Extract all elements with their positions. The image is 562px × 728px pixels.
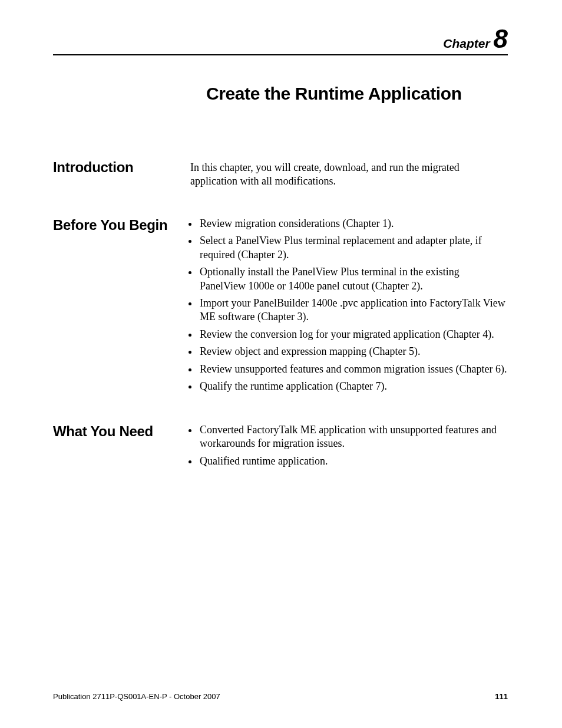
before-you-begin-body: Review migration considerations (Chapter… — [190, 217, 508, 397]
divider — [53, 54, 508, 55]
list-item: Converted FactoryTalk ME application wit… — [199, 423, 508, 451]
page-title: Create the Runtime Application — [206, 84, 462, 104]
list-item: Review the conversion log for your migra… — [199, 328, 508, 341]
publication-info: Publication 2711P-QS001A-EN-P - October … — [53, 692, 220, 701]
list-item: Select a PanelView Plus terminal replace… — [199, 234, 508, 262]
list-item: Import your PanelBuilder 1400e .pvc appl… — [199, 297, 508, 324]
list-item: Review object and expression mapping (Ch… — [199, 345, 508, 358]
chapter-number: 8 — [494, 24, 508, 53]
bullet-list: Converted FactoryTalk ME application wit… — [190, 423, 508, 468]
section-heading-introduction: Introduction — [53, 159, 133, 176]
bullet-list: Review migration considerations (Chapter… — [190, 217, 508, 393]
list-item: Review migration considerations (Chapter… — [199, 217, 508, 230]
introduction-body: In this chapter, you will create, downlo… — [190, 161, 508, 189]
section-heading-before-you-begin: Before You Begin — [53, 217, 167, 233]
what-you-need-body: Converted FactoryTalk ME application wit… — [190, 423, 508, 472]
list-item: Qualify the runtime application (Chapter… — [199, 380, 508, 393]
page-number: 111 — [495, 692, 508, 701]
chapter-header: Chapter 8 — [443, 28, 508, 51]
section-heading-what-you-need: What You Need — [53, 423, 153, 440]
list-item: Optionally install the PanelView Plus te… — [199, 265, 508, 293]
chapter-label: Chapter — [443, 37, 490, 50]
list-item: Review unsupported features and common m… — [199, 363, 508, 376]
list-item: Qualified runtime application. — [199, 454, 508, 468]
footer: Publication 2711P-QS001A-EN-P - October … — [53, 692, 508, 701]
